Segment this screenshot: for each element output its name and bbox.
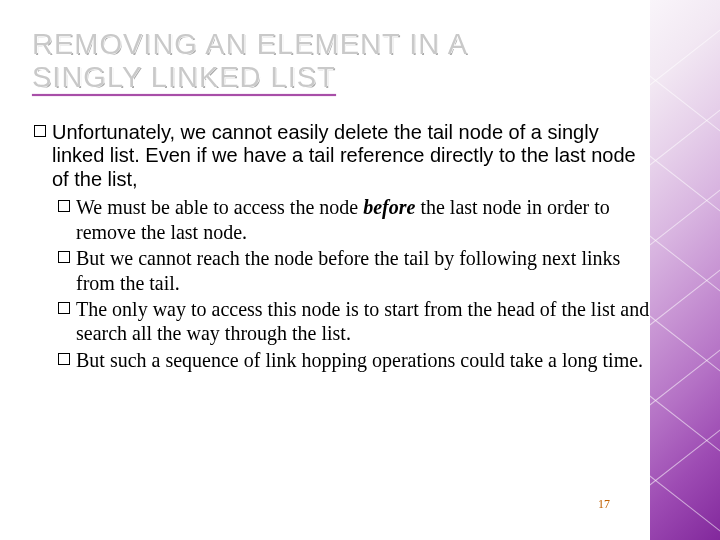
list-item: But we cannot reach the node before the … [32,246,652,295]
list-item-text-pre: We must be able to access the node [76,196,363,218]
list-item-text-em: before [363,196,415,218]
square-bullet-icon [58,302,70,314]
title-line-2: SINGLY LINKED LIST [32,61,336,93]
list-item: We must be able to access the node befor… [32,195,652,244]
sub-list: We must be able to access the node befor… [32,195,652,372]
slide-title: REMOVING AN ELEMENT IN A SINGLY LINKED L… [32,28,652,95]
list-item-text-pre: The only way to access this node is to s… [76,298,649,344]
page-number: 17 [598,497,610,512]
title-line-1: REMOVING AN ELEMENT IN A [32,28,652,61]
lead-paragraph: Unfortunately, we cannot easily delete t… [32,121,652,192]
list-item-text-pre: But we cannot reach the node before the … [76,247,620,293]
lead-text: Unfortunately, we cannot easily delete t… [52,121,636,190]
slide-body: Unfortunately, we cannot easily delete t… [32,121,652,373]
square-bullet-icon [58,251,70,263]
square-bullet-icon [58,353,70,365]
list-item-text-pre: But such a sequence of link hopping oper… [76,349,643,371]
slide-content: REMOVING AN ELEMENT IN A SINGLY LINKED L… [32,28,652,374]
decorative-sidebar [650,0,720,540]
list-item: But such a sequence of link hopping oper… [32,348,652,372]
square-bullet-icon [34,125,46,137]
square-bullet-icon [58,200,70,212]
list-item: The only way to access this node is to s… [32,297,652,346]
